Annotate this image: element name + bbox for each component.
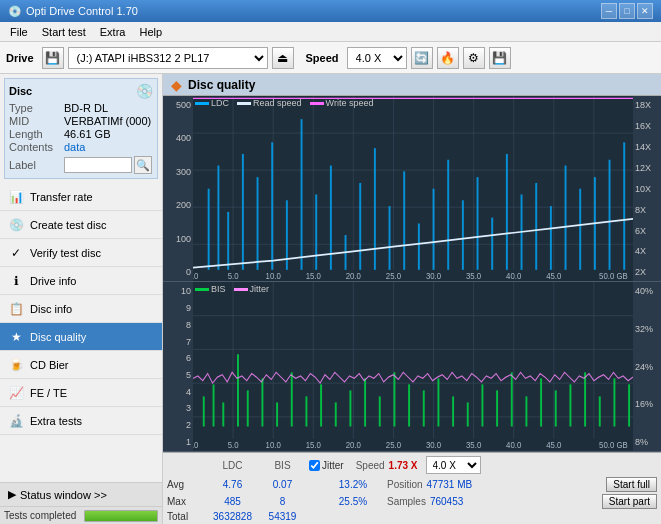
- sidebar-item-fe-te[interactable]: 📈 FE / TE: [0, 379, 162, 407]
- content-area: ◆ Disc quality 500 400 300 200 100 0: [163, 74, 661, 524]
- svg-rect-89: [452, 397, 454, 427]
- sidebar-item-drive-info[interactable]: ℹ Drive info: [0, 267, 162, 295]
- minimize-button[interactable]: ─: [601, 3, 617, 19]
- max-bis: 8: [260, 496, 305, 507]
- sidebar-item-label: Verify test disc: [30, 247, 101, 259]
- svg-rect-72: [213, 385, 215, 427]
- svg-rect-0: [193, 96, 633, 281]
- save-button[interactable]: 💾: [489, 47, 511, 69]
- svg-text:45.0: 45.0: [546, 270, 561, 281]
- menu-start-test[interactable]: Start test: [36, 24, 92, 40]
- refresh-button[interactable]: 🔄: [411, 47, 433, 69]
- svg-rect-92: [496, 391, 498, 427]
- sidebar-item-cd-bier[interactable]: 🍺 CD Bier: [0, 351, 162, 379]
- bottom-panel: LDC BIS Jitter Speed 1.73 X 4.0 X Avg 4.…: [163, 452, 661, 524]
- menu-file[interactable]: File: [4, 24, 34, 40]
- samples-label: Samples: [387, 496, 426, 507]
- svg-rect-84: [379, 397, 381, 427]
- svg-text:40.0: 40.0: [506, 270, 521, 281]
- svg-rect-95: [540, 379, 542, 427]
- disc-icon: 💿: [136, 83, 153, 99]
- speed-select[interactable]: 4.0 X: [347, 47, 407, 69]
- svg-rect-31: [433, 189, 435, 270]
- chart-header: ◆ Disc quality: [163, 74, 661, 96]
- svg-rect-77: [276, 403, 278, 427]
- svg-rect-20: [271, 142, 273, 269]
- status-window-label: Status window >>: [20, 489, 107, 501]
- settings-button[interactable]: ⚙: [463, 47, 485, 69]
- charts-container: 500 400 300 200 100 0: [163, 96, 661, 452]
- svg-rect-22: [301, 119, 303, 270]
- svg-rect-41: [579, 189, 581, 270]
- max-jitter: 25.5%: [323, 496, 383, 507]
- eject-button[interactable]: ⏏: [272, 47, 294, 69]
- disc-label-input[interactable]: [64, 157, 132, 173]
- sidebar-item-extra-tests[interactable]: 🔬 Extra tests: [0, 407, 162, 435]
- menu-extra[interactable]: Extra: [94, 24, 132, 40]
- drive-select[interactable]: (J:) ATAPI iHBS312 2 PL17: [68, 47, 268, 69]
- svg-rect-36: [506, 154, 508, 270]
- chart-title: Disc quality: [188, 78, 255, 92]
- svg-rect-27: [374, 148, 376, 270]
- sidebar-item-label: Drive info: [30, 275, 76, 287]
- svg-rect-99: [599, 397, 601, 427]
- chart2: 10 9 8 7 6 5 4 3 2 1: [163, 282, 661, 452]
- sidebar-item-verify-test-disc[interactable]: ✓ Verify test disc: [0, 239, 162, 267]
- sidebar-item-label: CD Bier: [30, 359, 69, 371]
- disc-contents-val: data: [64, 141, 85, 153]
- sidebar-item-create-test-disc[interactable]: 💿 Create test disc: [0, 211, 162, 239]
- svg-rect-26: [359, 183, 361, 270]
- start-part-button[interactable]: Start part: [602, 494, 657, 509]
- sidebar-item-transfer-rate[interactable]: 📊 Transfer rate: [0, 183, 162, 211]
- chevron-right-icon: ▶: [8, 488, 16, 501]
- bis-col-header: BIS: [260, 460, 305, 471]
- sidebar-item-disc-quality[interactable]: ★ Disc quality: [0, 323, 162, 351]
- disc-mid-label: MID: [9, 115, 64, 127]
- svg-rect-79: [305, 397, 307, 427]
- disc-length-label: Length: [9, 128, 64, 140]
- burn-button[interactable]: 🔥: [437, 47, 459, 69]
- svg-text:0.0: 0.0: [193, 440, 199, 451]
- sidebar-item-label: Disc quality: [30, 331, 86, 343]
- svg-rect-39: [550, 206, 552, 270]
- disc-contents-label: Contents: [9, 141, 64, 153]
- svg-text:45.0: 45.0: [546, 440, 561, 451]
- progress-bar: [84, 510, 158, 522]
- start-full-button[interactable]: Start full: [606, 477, 657, 492]
- svg-rect-30: [418, 223, 420, 269]
- svg-rect-91: [481, 385, 483, 427]
- svg-rect-28: [389, 206, 391, 270]
- jitter-checkbox[interactable]: [309, 460, 320, 471]
- disc-panel: Disc 💿 Type BD-R DL MID VERBATIMf (000) …: [4, 78, 158, 179]
- sidebar-item-label: Create test disc: [30, 219, 106, 231]
- close-button[interactable]: ✕: [637, 3, 653, 19]
- svg-text:5.0: 5.0: [228, 440, 239, 451]
- total-bis: 54319: [260, 511, 305, 522]
- svg-text:35.0: 35.0: [466, 440, 481, 451]
- svg-rect-29: [403, 171, 405, 270]
- disc-label-btn[interactable]: 🔍: [134, 156, 152, 174]
- status-window-button[interactable]: ▶ Status window >>: [0, 482, 162, 506]
- speed-stat-val: 1.73 X: [389, 460, 418, 471]
- svg-text:50.0 GB: 50.0 GB: [599, 270, 628, 281]
- svg-rect-71: [203, 397, 205, 427]
- disc-contents-row: Contents data: [9, 141, 153, 153]
- svg-text:0.0: 0.0: [193, 270, 199, 281]
- samples-val: 760453: [430, 496, 463, 507]
- speed-label: Speed: [306, 52, 339, 64]
- sidebar-item-disc-info[interactable]: 📋 Disc info: [0, 295, 162, 323]
- svg-rect-82: [349, 391, 351, 427]
- disc-info-icon: 📋: [8, 301, 24, 317]
- maximize-button[interactable]: □: [619, 3, 635, 19]
- svg-rect-83: [364, 379, 366, 427]
- app-title: 💿 Opti Drive Control 1.70: [8, 5, 138, 18]
- menu-help[interactable]: Help: [133, 24, 168, 40]
- app-title-text: Opti Drive Control 1.70: [26, 5, 138, 17]
- disc-label-row: Label 🔍: [9, 156, 153, 174]
- svg-text:30.0: 30.0: [426, 440, 441, 451]
- speed-select-small[interactable]: 4.0 X: [426, 456, 481, 474]
- max-label: Max: [167, 496, 205, 507]
- speed-stat-label: Speed: [356, 460, 385, 471]
- sidebar-item-label: Disc info: [30, 303, 72, 315]
- svg-rect-100: [613, 379, 615, 427]
